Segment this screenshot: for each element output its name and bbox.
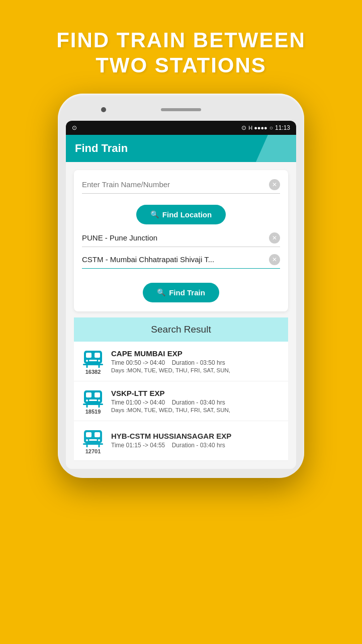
status-bar: ⊙ ⊙ H ●●●● ○ 11:13: [66, 121, 296, 135]
train-item[interactable]: 12701 HYB-CSTM HUSSIANSAGAR EXP Time 01:…: [74, 421, 288, 461]
phone-camera: [101, 107, 106, 112]
search-icon: 🔍: [150, 210, 159, 218]
svg-rect-1: [86, 353, 92, 358]
app-title: Find Train: [75, 142, 128, 154]
train-number: 18519: [85, 409, 101, 415]
svg-rect-10: [86, 392, 92, 397]
train-icon-block: 18519: [81, 387, 105, 415]
svg-rect-23: [89, 439, 97, 441]
from-station-row: ✕: [82, 232, 280, 247]
train-name-input[interactable]: [82, 180, 269, 189]
train-time: Time 01:15 -> 04:55 Duration - 03:40 hrs: [111, 442, 281, 449]
svg-rect-21: [86, 439, 88, 441]
search-result-header: Search Result: [74, 317, 288, 342]
train-days: Days :MON, TUE, WED, THU, FRI, SAT, SUN,: [111, 407, 281, 413]
train-info: HYB-CSTM HUSSIANSAGAR EXP Time 01:15 -> …: [111, 432, 281, 450]
search-icon-train: 🔍: [157, 288, 165, 296]
train-info: CAPE MUMBAI EXP Time 00:50 -> 04:40 Dura…: [111, 349, 281, 373]
train-info: VSKP-LTT EXP Time 01:00 -> 04:40 Duratio…: [111, 389, 281, 413]
battery-icon: ○: [269, 124, 273, 131]
train-icon: [82, 387, 104, 408]
wifi-icon: ⊙: [72, 124, 77, 131]
train-name: VSKP-LTT EXP: [111, 389, 281, 397]
train-name-row: ✕: [82, 179, 280, 194]
train-time: Time 01:00 -> 04:40 Duration - 03:40 hrs: [111, 399, 281, 406]
svg-rect-15: [83, 404, 103, 405]
train-list: 16382 CAPE MUMBAI EXP Time 00:50 -> 04:4…: [74, 342, 288, 461]
train-icon: [82, 427, 104, 447]
svg-rect-4: [98, 360, 100, 362]
clear-to-button[interactable]: ✕: [269, 254, 280, 265]
svg-rect-20: [95, 432, 100, 437]
train-icon-block: 12701: [81, 427, 105, 454]
svg-rect-2: [95, 353, 100, 358]
find-train-label: Find Train: [169, 288, 205, 297]
to-station-row: ✕: [82, 254, 280, 269]
search-card: ✕ 🔍 Find Location ✕ ✕: [74, 170, 288, 311]
train-icon-block: 16382: [81, 348, 105, 375]
to-station-input[interactable]: [82, 255, 269, 264]
train-name: HYB-CSTM HUSSIANSAGAR EXP: [111, 432, 281, 440]
status-right-info: ⊙ H ●●●● ○ 11:13: [241, 124, 290, 131]
train-time: Time 00:50 -> 04:40 Duration - 03:50 hrs: [111, 359, 281, 366]
train-number: 16382: [85, 369, 101, 375]
phone-speaker: [161, 108, 201, 111]
svg-rect-24: [83, 443, 103, 445]
train-days: Days :MON, TUE, WED, THU, FRI, SAT, SUN,: [111, 367, 281, 373]
clear-from-button[interactable]: ✕: [269, 232, 280, 244]
clock: 11:13: [275, 124, 290, 131]
clear-train-name-button[interactable]: ✕: [269, 179, 280, 190]
svg-rect-22: [98, 439, 100, 441]
svg-rect-12: [86, 399, 88, 401]
from-station-input[interactable]: [82, 233, 269, 242]
train-number: 12701: [85, 448, 101, 454]
svg-rect-3: [86, 360, 88, 362]
svg-rect-11: [95, 392, 100, 397]
find-location-button[interactable]: 🔍 Find Location: [136, 205, 226, 224]
svg-rect-14: [89, 399, 97, 401]
find-train-button[interactable]: 🔍 Find Train: [143, 283, 219, 302]
status-left-icons: ⊙: [72, 124, 77, 131]
find-location-label: Find Location: [162, 210, 212, 219]
signal-strength: H ●●●●: [248, 125, 267, 131]
page-title: FIND TRAIN BETWEEN TWO STATIONS: [40, 28, 322, 78]
svg-rect-5: [89, 360, 97, 361]
train-icon: [82, 348, 104, 368]
svg-rect-6: [83, 364, 103, 365]
svg-rect-19: [86, 432, 92, 437]
phone-screen: ⊙ ⊙ H ●●●● ○ 11:13 Find Train ✕: [66, 121, 296, 469]
train-item[interactable]: 16382 CAPE MUMBAI EXP Time 00:50 -> 04:4…: [74, 342, 288, 381]
app-header: Find Train: [66, 135, 296, 162]
signal-icon: ⊙: [241, 124, 246, 131]
svg-rect-13: [98, 399, 100, 401]
main-content: ✕ 🔍 Find Location ✕ ✕: [66, 162, 296, 469]
train-item[interactable]: 18519 VSKP-LTT EXP Time 01:00 -> 04:40 D…: [74, 381, 288, 421]
phone-frame: ⊙ ⊙ H ●●●● ○ 11:13 Find Train ✕: [58, 94, 304, 478]
train-name: CAPE MUMBAI EXP: [111, 349, 281, 358]
phone-top: [66, 103, 296, 117]
